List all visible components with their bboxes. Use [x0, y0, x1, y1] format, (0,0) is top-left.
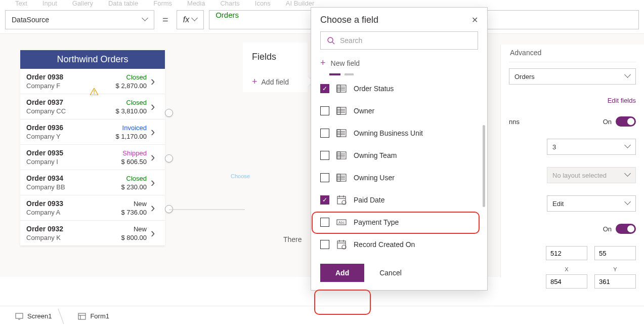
orders-gallery[interactable]: Northwind Orders Order 0938 Closed Compa…: [20, 50, 165, 246]
columns-select[interactable]: 3: [547, 139, 636, 155]
tb-media[interactable]: Media: [187, 0, 205, 6]
order-row[interactable]: Order 0934 Closed Company BB $ 230.00: [20, 170, 165, 195]
checkbox[interactable]: ✓: [320, 84, 329, 93]
order-amount: $ 2,870.00: [106, 82, 147, 90]
checkbox[interactable]: [320, 129, 329, 138]
chevron-down-icon: [625, 144, 630, 149]
order-status: New: [106, 200, 147, 208]
tb-aibuilder[interactable]: AI Builder: [286, 0, 314, 6]
mode-select[interactable]: Edit: [547, 195, 636, 212]
warning-icon: [90, 88, 98, 95]
field-option[interactable]: ✓ Order Status: [311, 77, 485, 100]
order-row[interactable]: Order 0932 New Company K $ 800.00: [20, 221, 165, 246]
checkbox[interactable]: ✓: [320, 195, 329, 205]
layout-value: No layout selected: [552, 172, 607, 179]
resize-handle[interactable]: [165, 109, 173, 117]
field-option[interactable]: Abc Payment Type: [311, 211, 485, 233]
search-icon: [327, 36, 335, 45]
scrollbar[interactable]: [483, 125, 485, 207]
breadcrumb-form[interactable]: Form1: [71, 309, 116, 323]
checkbox[interactable]: [320, 151, 329, 160]
order-status: Closed: [106, 99, 147, 106]
checkbox[interactable]: [320, 240, 329, 249]
field-label: Owner: [354, 107, 374, 115]
field-label: Owning Team: [354, 151, 397, 159]
chevron-right-icon: [147, 74, 159, 88]
pos-x-label: X: [546, 266, 587, 272]
order-amount: $ 3,810.00: [106, 107, 147, 115]
order-row[interactable]: Order 0937 Closed Company CC $ 3,810.00: [20, 94, 165, 119]
checkbox[interactable]: [320, 173, 329, 182]
checkbox[interactable]: [320, 218, 329, 227]
chevron-right-icon: [147, 100, 159, 113]
size-w-input[interactable]: [546, 274, 587, 289]
cancel-button[interactable]: Cancel: [379, 269, 402, 277]
tb-input[interactable]: Input: [42, 0, 57, 6]
snap-columns-toggle[interactable]: [616, 116, 636, 127]
properties-panel: Advanced Orders Edit fields nns On 3 No …: [500, 45, 644, 277]
equals-sign: =: [159, 14, 171, 26]
datasource-select[interactable]: Orders: [509, 68, 636, 85]
add-button[interactable]: Add: [320, 264, 364, 282]
tb-datatable[interactable]: Data table: [108, 0, 138, 6]
option-icon: [336, 173, 347, 183]
order-id: Order 0937: [26, 98, 106, 106]
field-list[interactable]: ✓ Order Status Owner Owning Business Uni…: [311, 77, 487, 256]
field-label: Owning Business Unit: [354, 129, 423, 137]
svg-point-2: [94, 93, 95, 94]
breadcrumb-form-label: Form1: [90, 312, 109, 320]
resize-handle[interactable]: [165, 154, 173, 162]
formula-value: Orders: [216, 11, 239, 19]
property-selector[interactable]: DataSource: [5, 10, 154, 29]
chevron-down-icon: [625, 201, 630, 206]
svg-line-5: [332, 42, 334, 44]
visible-on-label: On: [603, 225, 612, 233]
tb-text[interactable]: Text: [15, 0, 27, 6]
pos-y-input[interactable]: [594, 246, 636, 260]
order-company: Company CC: [26, 107, 106, 115]
field-option[interactable]: Owning User: [311, 167, 485, 189]
pos-x-input[interactable]: [546, 246, 587, 260]
tb-charts[interactable]: Charts: [220, 0, 239, 6]
field-label: Owning User: [354, 174, 395, 182]
insert-toolbar: Text Input Gallery Data table Forms Medi…: [0, 0, 644, 6]
new-field-button[interactable]: + New field: [311, 55, 487, 71]
order-row[interactable]: Order 0936 Invoiced Company Y $ 1,170.00: [20, 119, 165, 145]
tb-forms[interactable]: Forms: [153, 0, 172, 6]
breadcrumb-screen[interactable]: Screen1: [8, 309, 59, 323]
datasource-value: Orders: [514, 73, 535, 80]
order-row[interactable]: Order 0933 New Company A $ 736.00: [20, 195, 165, 221]
svg-rect-45: [78, 313, 85, 319]
size-h-input[interactable]: [594, 274, 636, 289]
fx-button[interactable]: fx: [177, 10, 204, 29]
plus-icon: +: [252, 76, 257, 87]
order-company: Company A: [26, 209, 106, 216]
field-chooser-popup: Choose a field ✕ Search + New field ✓ Or…: [311, 7, 488, 291]
order-amount: $ 800.00: [106, 234, 147, 241]
field-option[interactable]: Owning Business Unit: [311, 122, 485, 144]
checkbox[interactable]: [320, 106, 329, 115]
chevron-right-icon: [147, 176, 159, 189]
field-option[interactable]: ✓ Paid Date: [311, 189, 485, 211]
breadcrumb-bar: Screen1 Form1: [0, 306, 644, 326]
screen-icon: [15, 313, 23, 320]
order-row[interactable]: Order 0935 Shipped Company I $ 606.50: [20, 145, 165, 170]
field-option[interactable]: Owner: [311, 100, 485, 122]
edit-fields-link[interactable]: Edit fields: [509, 97, 636, 104]
field-option[interactable]: Owning Team: [311, 144, 485, 167]
field-search-input[interactable]: Search: [320, 31, 478, 50]
tb-icons[interactable]: Icons: [255, 0, 271, 6]
field-option[interactable]: Record Created On: [311, 233, 485, 256]
close-icon[interactable]: ✕: [471, 15, 478, 25]
add-field-button[interactable]: + Add field: [252, 76, 308, 92]
breadcrumb-screen-label: Screen1: [27, 312, 52, 320]
order-id: Order 0934: [26, 174, 106, 182]
svg-point-4: [328, 37, 333, 43]
tb-gallery[interactable]: Gallery: [72, 0, 93, 6]
visible-toggle[interactable]: [616, 224, 636, 234]
tab-advanced[interactable]: Advanced: [510, 45, 541, 62]
order-amount: $ 606.50: [106, 158, 147, 166]
plus-icon: +: [320, 58, 326, 68]
there-text: There: [283, 235, 302, 243]
order-status: Closed: [106, 175, 147, 182]
